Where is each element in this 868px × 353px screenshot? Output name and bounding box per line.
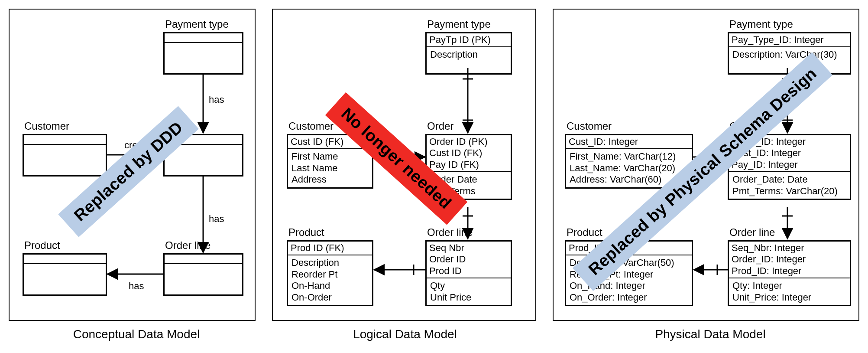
entity-title: Customer: [567, 120, 693, 132]
entity-title: Customer: [24, 120, 107, 132]
field: Cust ID (FK): [429, 147, 508, 159]
field: First_Name: VarChar(12): [570, 151, 688, 162]
relation-has-2: has: [209, 213, 224, 225]
field: On-Hand: [291, 280, 369, 291]
entity-title: Order line: [165, 239, 243, 252]
field: Pay_ID: Integer: [732, 159, 847, 170]
caption-conceptual: Conceptual Data Model: [61, 327, 212, 341]
field: Address: [291, 174, 369, 185]
field: Description: [427, 47, 511, 73]
field: Prod_ID: Integer: [732, 265, 847, 277]
field: Last_Name: VarChar(20): [570, 163, 688, 174]
entity-title: Product: [24, 239, 107, 252]
field: Qty: [430, 280, 507, 291]
diagram-stage: Payment type Customer Order Order line: [0, 0, 868, 353]
entity-title: Payment type: [165, 18, 243, 30]
relation-has-1: has: [209, 94, 224, 105]
field: First Name: [291, 151, 369, 162]
entity-product: Product: [23, 239, 107, 296]
caption-physical: Physical Data Model: [641, 327, 780, 341]
field: Order ID (PK): [429, 136, 508, 147]
field: Seq_Nbr: Integer: [732, 242, 847, 254]
entity-payment-type: Payment type PayTp ID (PK) Description: [425, 18, 512, 75]
field: On_Order: Integer: [570, 292, 688, 303]
entity-payment-type: Payment type Pay_Type_ID: Integer Descri…: [728, 18, 851, 75]
field: Unit_Price: Integer: [732, 292, 846, 303]
entity-title: Order line: [427, 226, 512, 239]
field: Last Name: [291, 163, 369, 174]
entity-product: Product Prod ID (FK) Description Reorder…: [287, 226, 373, 306]
entity-title: Product: [288, 226, 373, 239]
entity-title: Payment type: [427, 18, 512, 30]
entity-title: Order: [427, 120, 512, 132]
field: Description: [291, 257, 369, 268]
field: Cust_ID: Integer: [566, 135, 692, 149]
field: Seq Nbr: [429, 242, 508, 254]
field: Order_ID: Integer: [732, 254, 847, 265]
relation-has-3: has: [129, 281, 144, 292]
field: Pmt_Terms: VarChar(20): [732, 186, 846, 197]
entity-title: Order line: [729, 226, 851, 239]
field: Qty: Integer: [732, 280, 846, 291]
entity-order-line: Order line: [163, 239, 243, 296]
entity-order-line: Order line Seq Nbr Order ID Prod ID Qty …: [425, 226, 512, 306]
field: Pay_Type_ID: Integer: [729, 33, 850, 47]
field: Unit Price: [430, 292, 507, 303]
caption-logical: Logical Data Model: [340, 327, 470, 341]
entity-title: Payment type: [729, 18, 851, 30]
field: Description: VarChar(30): [729, 47, 850, 73]
entity-payment-type: Payment type: [163, 18, 243, 75]
field: Order_Date: Date: [732, 174, 846, 185]
field: Pay ID (FK): [429, 159, 508, 170]
entity-customer: Customer: [23, 120, 107, 176]
field: Order ID: [429, 254, 508, 265]
field: On-Order: [291, 292, 369, 303]
entity-order-line: Order line Seq_Nbr: Integer Order_ID: In…: [728, 226, 851, 306]
field: Prod ID (FK): [288, 242, 372, 255]
field: PayTp ID (PK): [427, 33, 511, 47]
field: Prod ID: [429, 265, 508, 277]
field: Reorder Pt: [291, 269, 369, 280]
